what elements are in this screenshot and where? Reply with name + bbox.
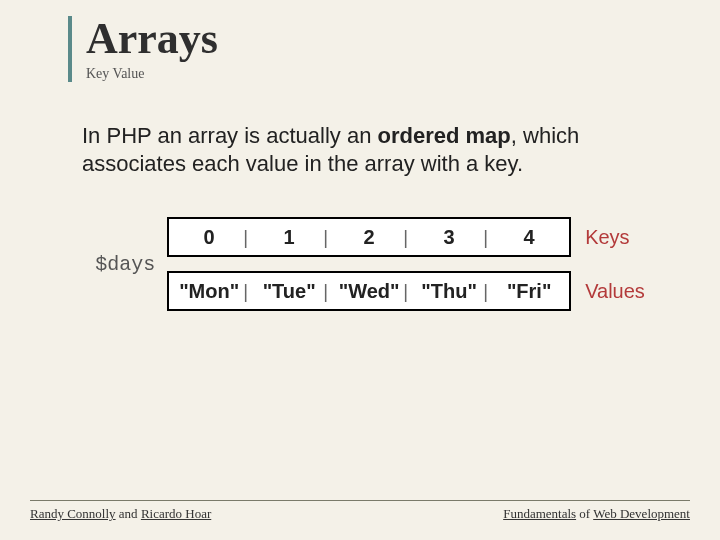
values-row: "Mon" "Tue" "Wed" "Thu" "Fri" Values (167, 271, 645, 311)
key-cell: 2 (329, 219, 409, 255)
author-2: Ricardo Hoar (141, 506, 211, 521)
key-4: 4 (524, 226, 535, 249)
body-bold: ordered map (378, 123, 511, 148)
keys-cells: 0 1 2 3 4 (167, 217, 571, 257)
footer: Randy Connolly and Ricardo Hoar Fundamen… (0, 506, 720, 522)
value-4: "Fri" (507, 280, 552, 303)
key-3: 3 (444, 226, 455, 249)
body-pre: In PHP an array is actually an (82, 123, 378, 148)
footer-divider (30, 500, 690, 501)
key-cell: 4 (489, 219, 569, 255)
value-2: "Wed" (339, 280, 400, 303)
book-join: of (576, 506, 593, 521)
book-2: Web Development (593, 506, 690, 521)
keys-row: 0 1 2 3 4 Keys (167, 217, 645, 257)
slide: Arrays Key Value In PHP an array is actu… (0, 0, 720, 540)
diagram-rows: 0 1 2 3 4 Keys "Mon" "Tue" "Wed" "Thu" "… (167, 217, 645, 311)
slide-title: Arrays (86, 16, 692, 62)
value-cell: "Mon" (169, 273, 249, 309)
footer-authors: Randy Connolly and Ricardo Hoar (30, 506, 211, 522)
value-cell: "Thu" (409, 273, 489, 309)
book-1: Fundamentals (503, 506, 576, 521)
value-3: "Thu" (421, 280, 477, 303)
value-0: "Mon" (179, 280, 239, 303)
values-cells: "Mon" "Tue" "Wed" "Thu" "Fri" (167, 271, 571, 311)
array-diagram: $days 0 1 2 3 4 Keys "Mon" "Tue" "Wed" "… (38, 217, 692, 311)
author-1: Randy Connolly (30, 506, 116, 521)
author-join: and (116, 506, 141, 521)
values-label: Values (585, 280, 645, 303)
key-1: 1 (284, 226, 295, 249)
title-block: Arrays Key Value (68, 16, 692, 82)
value-cell: "Fri" (489, 273, 569, 309)
footer-book: Fundamentals of Web Development (503, 506, 690, 522)
key-cell: 0 (169, 219, 249, 255)
key-0: 0 (204, 226, 215, 249)
value-cell: "Wed" (329, 273, 409, 309)
slide-subtitle: Key Value (86, 66, 692, 82)
value-cell: "Tue" (249, 273, 329, 309)
variable-name: $days (85, 253, 155, 276)
key-cell: 3 (409, 219, 489, 255)
key-2: 2 (364, 226, 375, 249)
keys-label: Keys (585, 226, 629, 249)
key-cell: 1 (249, 219, 329, 255)
body-text: In PHP an array is actually an ordered m… (82, 122, 682, 177)
value-1: "Tue" (263, 280, 316, 303)
